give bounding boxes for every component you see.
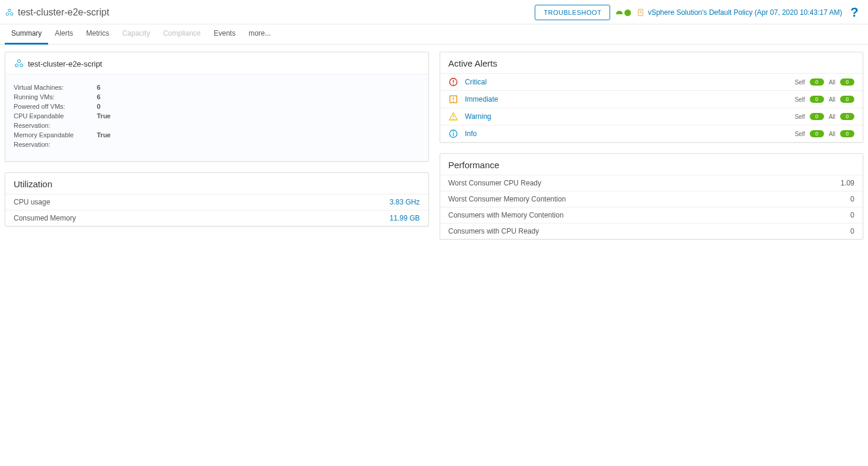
all-label: All bbox=[829, 79, 835, 86]
info-value: 6 bbox=[97, 83, 100, 92]
metric-value[interactable]: 11.99 GB bbox=[390, 214, 420, 222]
svg-point-17 bbox=[453, 118, 454, 119]
header-right: TROUBLESHOOT vSphere Solution's Default … bbox=[535, 5, 861, 20]
tab-capacity: Capacity bbox=[116, 24, 157, 45]
cluster-info-body: Virtual Machines:6Running VMs:6Powered o… bbox=[5, 74, 428, 161]
help-icon[interactable]: ? bbox=[848, 5, 861, 20]
performance-row: Consumers with Memory Contention0 bbox=[440, 207, 863, 223]
all-count-pill[interactable]: 0 bbox=[840, 113, 854, 120]
info-label: CPU Expandable Reservation: bbox=[14, 111, 97, 130]
self-count-pill[interactable]: 0 bbox=[810, 96, 824, 103]
all-count-pill[interactable]: 0 bbox=[840, 130, 854, 137]
policy-icon bbox=[637, 8, 645, 17]
svg-point-0 bbox=[8, 9, 11, 11]
svg-point-8 bbox=[20, 64, 23, 67]
alert-label[interactable]: Immediate bbox=[465, 95, 788, 103]
info-icon bbox=[449, 129, 458, 138]
metric-value: 1.09 bbox=[841, 179, 854, 187]
critical-icon bbox=[449, 77, 458, 87]
active-alerts-header: Active Alerts bbox=[440, 52, 863, 74]
info-label: Virtual Machines: bbox=[14, 83, 97, 92]
self-count-pill[interactable]: 0 bbox=[810, 130, 824, 137]
alert-row-immediate: ImmediateSelf0All0 bbox=[440, 91, 863, 108]
svg-point-14 bbox=[453, 101, 454, 102]
performance-row: Worst Consumer Memory Contention0 bbox=[440, 191, 863, 207]
metric-value: 0 bbox=[850, 227, 854, 235]
info-value: True bbox=[97, 130, 111, 149]
all-label: All bbox=[829, 131, 835, 137]
alert-row-critical: CriticalSelf0All0 bbox=[440, 74, 863, 91]
metric-value: 0 bbox=[850, 195, 854, 203]
utilization-card: Utilization CPU usage3.83 GHzConsumed Me… bbox=[5, 172, 429, 226]
svg-point-19 bbox=[453, 131, 454, 133]
svg-point-1 bbox=[6, 12, 8, 15]
left-column: test-cluster-e2e-script Virtual Machines… bbox=[5, 52, 429, 240]
info-value: 0 bbox=[97, 102, 100, 111]
info-label: Running VMs: bbox=[14, 92, 97, 102]
content-grid: test-cluster-e2e-script Virtual Machines… bbox=[0, 45, 868, 247]
immediate-icon bbox=[449, 95, 458, 104]
all-count-pill[interactable]: 0 bbox=[840, 96, 854, 103]
alert-label[interactable]: Warning bbox=[465, 112, 788, 121]
cluster-info-header: test-cluster-e2e-script bbox=[5, 52, 428, 74]
self-label: Self bbox=[795, 131, 805, 137]
cluster-info-title: test-cluster-e2e-script bbox=[28, 59, 102, 68]
policy-link[interactable]: vSphere Solution's Default Policy (Apr 0… bbox=[637, 8, 842, 17]
status-dot-compliance-icon bbox=[616, 11, 623, 14]
info-label: Powered off VMs: bbox=[14, 102, 97, 111]
alert-counts: Self0All0 bbox=[795, 130, 854, 137]
self-count-pill[interactable]: 0 bbox=[810, 78, 824, 86]
metric-label: Worst Consumer CPU Ready bbox=[449, 179, 542, 187]
alert-label[interactable]: Critical bbox=[465, 78, 788, 86]
tab-more[interactable]: more... bbox=[242, 24, 277, 45]
metric-value[interactable]: 3.83 GHz bbox=[390, 198, 420, 206]
tab-alerts[interactable]: Alerts bbox=[48, 24, 80, 45]
info-row: Memory Expandable Reservation:True bbox=[14, 130, 420, 149]
performance-row: Worst Consumer CPU Ready1.09 bbox=[440, 175, 863, 191]
all-count-pill[interactable]: 0 bbox=[840, 78, 854, 86]
performance-card: Performance Worst Consumer CPU Ready1.09… bbox=[440, 153, 864, 240]
info-row: Virtual Machines:6 bbox=[14, 83, 420, 92]
info-value: 6 bbox=[97, 92, 100, 102]
tabs: SummaryAlertsMetricsCapacityComplianceEv… bbox=[0, 24, 868, 45]
metric-label: CPU usage bbox=[14, 198, 50, 206]
tab-events[interactable]: Events bbox=[207, 24, 242, 45]
self-count-pill[interactable]: 0 bbox=[810, 113, 824, 120]
utilization-row: CPU usage3.83 GHz bbox=[5, 194, 428, 210]
tab-summary[interactable]: Summary bbox=[5, 24, 48, 45]
info-row: Running VMs:6 bbox=[14, 92, 420, 102]
info-row: CPU Expandable Reservation:True bbox=[14, 111, 420, 130]
alert-counts: Self0All0 bbox=[795, 96, 854, 103]
status-dot-health-icon bbox=[624, 10, 631, 16]
alert-counts: Self0All0 bbox=[795, 78, 854, 86]
svg-point-6 bbox=[18, 60, 21, 63]
all-label: All bbox=[829, 96, 835, 103]
alerts-list: CriticalSelf0All0ImmediateSelf0All0Warni… bbox=[440, 74, 863, 142]
alert-counts: Self0All0 bbox=[795, 113, 854, 120]
active-alerts-card: Active Alerts CriticalSelf0All0Immediate… bbox=[440, 52, 864, 143]
alert-row-warning: WarningSelf0All0 bbox=[440, 108, 863, 125]
svg-point-11 bbox=[453, 84, 454, 85]
troubleshoot-button[interactable]: TROUBLESHOOT bbox=[535, 5, 610, 20]
info-value: True bbox=[97, 111, 111, 130]
status-icons bbox=[616, 10, 631, 16]
alert-label[interactable]: Info bbox=[465, 130, 788, 138]
info-label: Memory Expandable Reservation: bbox=[14, 130, 97, 149]
policy-text: vSphere Solution's Default Policy (Apr 0… bbox=[648, 8, 842, 17]
metric-value: 0 bbox=[850, 211, 854, 219]
performance-row: Consumers with CPU Ready0 bbox=[440, 223, 863, 239]
tab-metrics[interactable]: Metrics bbox=[80, 24, 116, 45]
svg-point-2 bbox=[10, 12, 12, 15]
metric-label: Consumers with Memory Contention bbox=[449, 211, 564, 219]
cluster-info-card: test-cluster-e2e-script Virtual Machines… bbox=[5, 52, 429, 162]
utilization-body: CPU usage3.83 GHzConsumed Memory11.99 GB bbox=[5, 194, 428, 226]
info-row: Powered off VMs:0 bbox=[14, 102, 420, 111]
metric-label: Worst Consumer Memory Contention bbox=[449, 195, 566, 203]
self-label: Self bbox=[795, 96, 805, 103]
alert-row-info: InfoSelf0All0 bbox=[440, 125, 863, 142]
warning-icon bbox=[449, 112, 458, 121]
cluster-icon bbox=[14, 58, 24, 69]
page-title: test-cluster-e2e-script bbox=[18, 7, 109, 18]
self-label: Self bbox=[795, 79, 805, 86]
tab-compliance: Compliance bbox=[156, 24, 207, 45]
